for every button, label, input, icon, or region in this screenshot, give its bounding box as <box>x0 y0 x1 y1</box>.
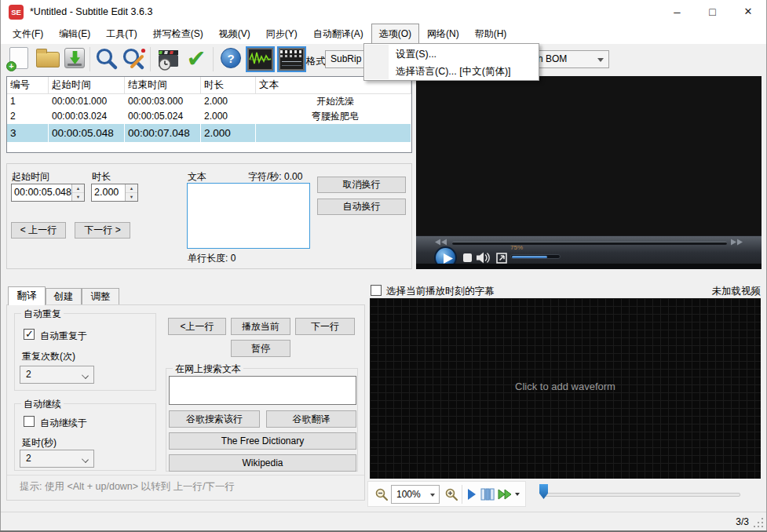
waveform-area[interactable]: Click to add waveform <box>370 298 761 479</box>
menu-file[interactable]: 文件(F) <box>5 24 51 44</box>
video-player[interactable]: 75% <box>416 76 762 269</box>
header-number: 编号 <box>7 77 49 94</box>
visual-sync-icon[interactable] <box>155 47 181 72</box>
menu-tools[interactable]: 工具(T) <box>98 24 144 44</box>
chevron-down-icon <box>597 58 604 62</box>
spin-down-icon[interactable]: ▼ <box>72 193 84 201</box>
start-time-spinner[interactable]: 00:00:05.048 ▲▼ <box>11 184 85 202</box>
pause-button[interactable]: 暂停 <box>231 340 290 357</box>
free-dictionary-button[interactable]: The Free Dictionary <box>169 432 356 450</box>
save-icon[interactable] <box>64 48 85 68</box>
repeat-count-combobox[interactable]: 2 <box>20 366 94 384</box>
auto-repeat-checkbox-label: 自动重复于 <box>40 330 87 343</box>
delay-combobox[interactable]: 2 <box>20 450 94 468</box>
window-title: *Untitled - Subtitle Edit 3.6.3 <box>30 6 152 17</box>
menu-autotranslate[interactable]: 自动翻译(A) <box>305 24 371 44</box>
stop-button[interactable] <box>463 253 472 262</box>
google-search-button[interactable]: 谷歌搜索该行 <box>169 410 260 428</box>
header-end-time: 结束时间 <box>125 77 201 94</box>
minimize-button[interactable] <box>659 0 695 24</box>
next-line-button[interactable]: 下一行 > <box>75 222 130 239</box>
waveform-zoom-combobox[interactable]: 100% <box>391 485 440 504</box>
playback-speed-icon[interactable] <box>497 489 513 500</box>
waveform-scroll-slider[interactable] <box>542 493 740 497</box>
video-toggle-button[interactable] <box>277 46 306 72</box>
wikipedia-button[interactable]: Wikipedia <box>169 454 356 472</box>
select-current-subtitle-checkbox[interactable] <box>371 285 382 296</box>
replace-icon[interactable] <box>121 46 146 71</box>
slider-thumb[interactable] <box>539 484 548 499</box>
subtitle-text-textarea[interactable] <box>187 183 310 249</box>
open-file-icon[interactable] <box>36 52 60 67</box>
spin-up-icon[interactable]: ▲ <box>72 184 84 193</box>
auto-repeat-group: 自动重复 自动重复于 重复次数(次) 2 <box>14 313 156 391</box>
tab-adjust[interactable]: 调整 <box>82 288 119 305</box>
duration-value: 2.000 <box>92 184 125 201</box>
new-file-icon[interactable]: + <box>9 47 28 69</box>
duration-spinner[interactable]: 2.000 ▲▼ <box>91 184 138 202</box>
web-search-group-title: 在网上搜索文本 <box>173 363 243 376</box>
previous-line-button[interactable]: < 上一行 <box>11 222 66 239</box>
subtitle-list: 编号 起始时间 结束时间 时长 文本 1 00:00:01.000 00:00:… <box>6 76 412 153</box>
seek-forward-icon[interactable] <box>730 239 743 246</box>
speaker-icon[interactable] <box>476 252 491 264</box>
seek-bar[interactable] <box>452 242 727 245</box>
auto-break-button[interactable]: 自动换行 <box>317 199 406 215</box>
subtitle-list-header: 编号 起始时间 结束时间 时长 文本 <box>7 77 411 94</box>
menu-item-choose-language[interactable]: 选择语言(C)... [中文(简体)] <box>365 63 539 80</box>
menu-help[interactable]: 帮助(H) <box>467 24 515 44</box>
table-row-selected[interactable]: 3 00:00:05.048 00:00:07.048 2.000 <box>7 124 411 142</box>
spin-down-icon[interactable]: ▼ <box>126 193 137 201</box>
auto-continue-checkbox[interactable] <box>24 416 35 427</box>
previous-line-button[interactable]: <上一行 <box>168 318 226 335</box>
menu-item-settings[interactable]: 设置(S)... <box>365 46 539 63</box>
waveform-play-icon[interactable] <box>467 488 477 501</box>
waveform-controls: 100% <box>367 481 526 507</box>
auto-continue-group-title: 自动继续 <box>21 398 64 411</box>
volume-slider[interactable] <box>510 254 561 259</box>
waveform-toggle-button[interactable] <box>246 46 275 72</box>
close-button[interactable] <box>730 0 766 24</box>
toolbar-separator <box>150 47 151 71</box>
unbreak-button[interactable]: 取消换行 <box>317 177 406 193</box>
chevron-down-icon[interactable] <box>515 493 520 496</box>
text-label: 文本 <box>188 170 206 184</box>
menu-options[interactable]: 选项(O) <box>371 24 419 44</box>
auto-continue-checkbox-label: 自动继续于 <box>40 417 87 430</box>
header-start-time: 起始时间 <box>49 77 125 94</box>
menu-network[interactable]: 网络(N) <box>419 24 467 44</box>
resize-grip-icon[interactable] <box>754 518 764 528</box>
clapperboard-icon <box>280 49 303 69</box>
google-translate-button[interactable]: 谷歌翻译 <box>266 410 356 428</box>
video-position-icon[interactable] <box>480 488 495 501</box>
delay-label: 延时(秒) <box>22 436 57 450</box>
zoom-in-icon[interactable] <box>444 487 458 501</box>
tab-translate[interactable]: 翻译 <box>8 286 46 305</box>
translate-tab-panel: 自动重复 自动重复于 重复次数(次) 2 自动继续 自动继续于 延时(秒) 2 … <box>6 304 365 501</box>
maximize-button[interactable] <box>695 0 730 24</box>
help-icon[interactable] <box>221 48 241 68</box>
menu-sync[interactable]: 同步(Y) <box>258 24 305 44</box>
seek-back-icon[interactable] <box>435 239 447 246</box>
menu-bar: 文件(F) 编辑(E) 工具(T) 拼写检查(S) 视频(V) 同步(Y) 自动… <box>1 24 766 44</box>
table-row[interactable]: 2 00:00:03.024 00:00:05.024 2.000 弯腰捡肥皂 <box>7 109 411 124</box>
chevron-down-icon <box>430 494 435 497</box>
spin-up-icon[interactable]: ▲ <box>126 184 137 193</box>
menu-edit[interactable]: 编辑(E) <box>51 24 98 44</box>
play-current-button[interactable]: 播放当前 <box>231 318 290 335</box>
auto-repeat-group-title: 自动重复 <box>21 308 64 321</box>
fullscreen-icon[interactable] <box>496 253 507 264</box>
next-line-button[interactable]: 下一行 <box>295 318 355 335</box>
title-bar: SE *Untitled - Subtitle Edit 3.6.3 <box>1 0 766 24</box>
zoom-out-icon[interactable] <box>374 487 389 501</box>
find-icon[interactable] <box>94 46 119 71</box>
auto-repeat-checkbox[interactable] <box>24 329 35 340</box>
spellcheck-icon[interactable] <box>184 44 209 74</box>
no-video-label: 未加载视频 <box>691 285 761 298</box>
hint-label: 提示: 使用 <Alt + up/down> 以转到 上一行/下一行 <box>20 480 235 494</box>
web-search-textbox[interactable] <box>169 376 356 405</box>
menu-video[interactable]: 视频(V) <box>211 24 258 44</box>
table-row[interactable]: 1 00:00:01.000 00:00:03.000 2.000 开始洗澡 <box>7 94 411 109</box>
menu-spellcheck[interactable]: 拼写检查(S) <box>145 24 211 44</box>
tab-create[interactable]: 创建 <box>46 288 82 305</box>
